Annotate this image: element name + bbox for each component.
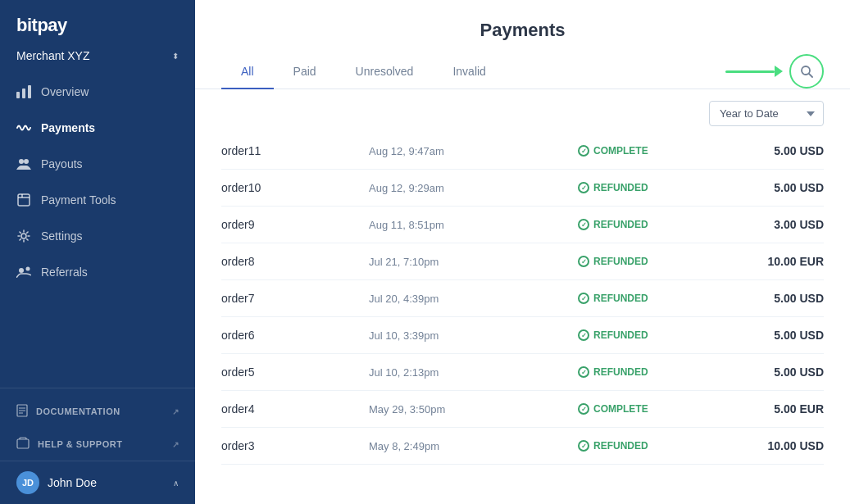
tab-invalid[interactable]: Invalid [433, 55, 505, 89]
table-row[interactable]: order11 Aug 12, 9:47am ✓ COMPLETE 5.00 U… [221, 133, 824, 170]
date-filter-select[interactable]: Year to Date Last 30 Days Last 7 Days Cu… [709, 101, 824, 126]
svg-rect-0 [16, 92, 20, 98]
status-icon: ✓ [578, 403, 589, 415]
order-amount: 3.00 USD [725, 218, 824, 231]
order-status: ✓ REFUNDED [578, 329, 725, 341]
referral-icon [16, 265, 31, 279]
external-link-icon: ↗ [172, 440, 180, 449]
order-date: Jul 20, 4:39pm [369, 293, 578, 305]
page-title: Payments [221, 20, 824, 41]
order-amount: 5.00 USD [725, 329, 824, 342]
sidebar-item-overview[interactable]: Overview [0, 74, 195, 110]
order-date: Jul 21, 7:10pm [369, 256, 578, 268]
order-id: order9 [221, 218, 369, 231]
doc-icon [16, 404, 28, 419]
status-icon: ✓ [578, 329, 589, 341]
order-status: ✓ REFUNDED [578, 366, 725, 378]
svg-point-8 [26, 267, 30, 271]
merchant-name: Merchant XYZ [16, 49, 89, 62]
order-amount: 10.00 EUR [725, 255, 824, 268]
tabs-row: All Paid Unresolved Invalid [195, 54, 850, 89]
status-label: REFUNDED [593, 440, 648, 452]
status-icon: ✓ [578, 440, 589, 452]
status-icon: ✓ [578, 182, 589, 193]
sidebar-item-label: Referrals [41, 266, 88, 279]
order-id: order7 [221, 292, 369, 305]
status-label: REFUNDED [593, 256, 648, 267]
table-row[interactable]: order5 Jul 10, 2:13pm ✓ REFUNDED 5.00 US… [221, 354, 824, 391]
merchant-chevron-icon: ⬍ [172, 52, 179, 61]
status-label: COMPLETE [593, 403, 648, 415]
sidebar-item-payouts[interactable]: Payouts [0, 146, 195, 182]
help-icon [16, 437, 30, 452]
status-label: REFUNDED [593, 329, 648, 341]
arrow-indicator [725, 66, 783, 77]
bar-chart-icon [16, 84, 31, 99]
user-profile[interactable]: JD John Doe ∧ [0, 461, 195, 504]
merchant-selector[interactable]: Merchant XYZ ⬍ [0, 44, 195, 74]
order-id: order3 [221, 439, 369, 452]
order-amount: 5.00 USD [725, 292, 824, 305]
arrow-line [725, 70, 775, 73]
app-logo: bitpay [16, 15, 179, 36]
order-amount: 5.00 EUR [725, 402, 824, 415]
status-icon: ✓ [578, 366, 589, 378]
wave-icon [16, 120, 31, 135]
order-date: Aug 12, 9:47am [369, 145, 578, 157]
order-date: Jul 10, 3:39pm [369, 329, 578, 342]
sidebar-item-label: Payment Tools [41, 193, 116, 207]
order-id: order6 [221, 329, 369, 342]
sidebar-item-payments[interactable]: Payments [0, 110, 195, 146]
table-row[interactable]: order8 Jul 21, 7:10pm ✓ REFUNDED 10.00 E… [221, 243, 824, 280]
box-icon [16, 193, 31, 207]
tab-unresolved[interactable]: Unresolved [336, 55, 434, 89]
tab-all[interactable]: All [221, 55, 274, 89]
order-status: ✓ REFUNDED [578, 293, 725, 304]
order-status: ✓ REFUNDED [578, 219, 725, 230]
order-status: ✓ COMPLETE [578, 403, 725, 415]
order-amount: 5.00 USD [725, 144, 824, 157]
order-date: Aug 11, 8:51pm [369, 219, 578, 231]
people-icon [16, 157, 31, 171]
table-row[interactable]: order9 Aug 11, 8:51pm ✓ REFUNDED 3.00 US… [221, 207, 824, 243]
sidebar-item-settings[interactable]: Settings [0, 218, 195, 254]
svg-rect-13 [17, 439, 29, 448]
table-row[interactable]: order6 Jul 10, 3:39pm ✓ REFUNDED 5.00 US… [221, 317, 824, 354]
order-date: Aug 12, 9:29am [369, 182, 578, 194]
avatar: JD [16, 471, 39, 494]
sidebar-item-payment-tools[interactable]: Payment Tools [0, 182, 195, 218]
tab-paid[interactable]: Paid [274, 55, 336, 89]
table-row[interactable]: order7 Jul 20, 4:39pm ✓ REFUNDED 5.00 US… [221, 280, 824, 317]
svg-point-4 [24, 159, 29, 164]
sidebar-item-referrals[interactable]: Referrals [0, 254, 195, 290]
search-icon [800, 65, 813, 78]
table-row[interactable]: order4 May 29, 3:50pm ✓ COMPLETE 5.00 EU… [221, 391, 824, 428]
status-label: REFUNDED [593, 182, 648, 193]
order-date: May 8, 2:49pm [369, 440, 578, 452]
order-status: ✓ REFUNDED [578, 440, 725, 452]
order-status: ✓ REFUNDED [578, 182, 725, 193]
svg-point-7 [19, 268, 24, 273]
order-id: order5 [221, 366, 369, 379]
help-support-link[interactable]: HELP & SUPPORT ↗ [0, 428, 195, 461]
sidebar-item-label: Payouts [41, 157, 83, 170]
sidebar: bitpay Merchant XYZ ⬍ Overview Payments [0, 0, 195, 504]
status-icon: ✓ [578, 256, 589, 267]
table-row[interactable]: order10 Aug 12, 9:29am ✓ REFUNDED 5.00 U… [221, 170, 824, 207]
documentation-link[interactable]: DOCUMENTATION ↗ [0, 395, 195, 428]
svg-line-15 [809, 74, 812, 77]
table-row[interactable]: order3 May 8, 2:49pm ✓ REFUNDED 10.00 US… [221, 428, 824, 465]
svg-rect-2 [28, 85, 31, 98]
search-area [789, 54, 824, 89]
avatar-initials: JD [22, 478, 34, 488]
main-content: Payments All Paid Unresolved Invalid Yea… [195, 0, 850, 504]
order-id: order10 [221, 181, 369, 194]
svg-point-3 [19, 159, 24, 164]
status-icon: ✓ [578, 293, 589, 304]
search-button[interactable] [789, 54, 824, 89]
order-date: Jul 10, 2:13pm [369, 366, 578, 379]
status-icon: ✓ [578, 145, 589, 157]
gear-icon [16, 229, 31, 243]
order-amount: 10.00 USD [725, 439, 824, 452]
user-chevron-icon: ∧ [173, 479, 179, 488]
